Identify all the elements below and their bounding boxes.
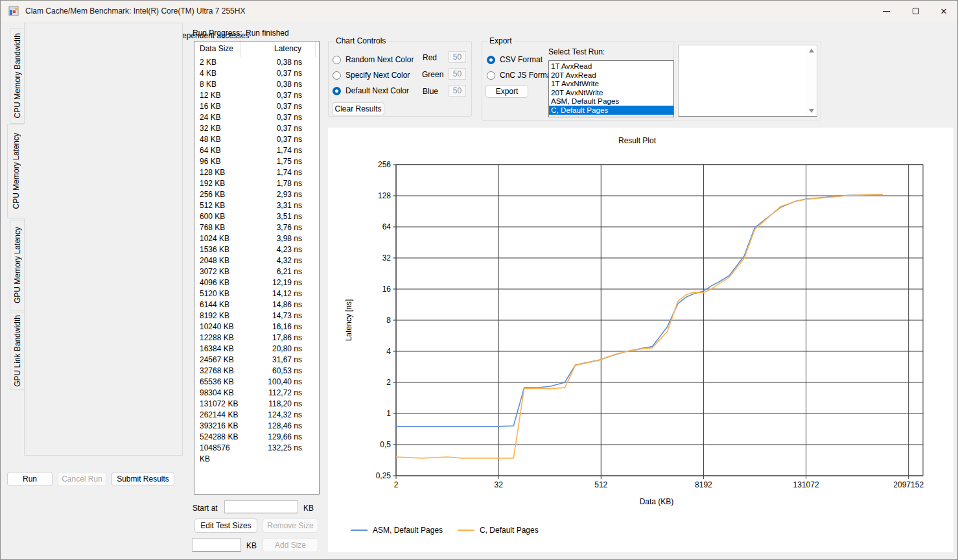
table-row[interactable]: 131072 KB118,20 ns bbox=[194, 399, 319, 410]
table-row[interactable]: 16 KB0,37 ns bbox=[194, 101, 319, 112]
table-row[interactable]: 3072 KB6,21 ns bbox=[194, 266, 319, 277]
scrollbar[interactable] bbox=[806, 46, 816, 115]
table-row[interactable]: 65536 KB100,40 ns bbox=[194, 377, 319, 388]
table-row[interactable]: 2048 KB4,32 ns bbox=[194, 255, 319, 266]
test-run-item[interactable]: ASM, Default Pages bbox=[549, 97, 673, 106]
table-row[interactable]: 24567 KB31,67 ns bbox=[194, 355, 319, 366]
chart-controls-group: Chart Controls Random Next Color Specify… bbox=[328, 41, 472, 117]
table-row[interactable]: 8 KB0,38 ns bbox=[194, 79, 319, 90]
blue-label: Blue bbox=[423, 87, 438, 96]
cancel-run-button[interactable]: Cancel Run bbox=[58, 472, 106, 486]
y-tick-label: 32 bbox=[382, 253, 391, 262]
column-header-latency[interactable]: Latency bbox=[241, 41, 316, 57]
radio-random-next-color[interactable]: Random Next Color bbox=[333, 55, 414, 64]
clear-results-button[interactable]: Clear Results bbox=[332, 102, 384, 115]
tab-cpu-memory-latency[interactable]: CPU Memory Latency bbox=[7, 124, 25, 218]
close-button[interactable]: ✕ bbox=[929, 1, 958, 21]
red-input[interactable] bbox=[449, 51, 466, 63]
run-button[interactable]: Run bbox=[7, 472, 53, 486]
table-row[interactable]: 6144 KB14,86 ns bbox=[194, 299, 319, 310]
data-size-cell: 2 KB bbox=[194, 57, 241, 68]
edit-test-sizes-button[interactable]: Edit Test Sizes bbox=[194, 519, 257, 533]
export-button[interactable]: Export bbox=[485, 85, 528, 98]
maximize-button[interactable] bbox=[901, 1, 931, 21]
table-row[interactable]: 1536 KB4,23 ns bbox=[194, 244, 319, 255]
x-tick-label: 512 bbox=[594, 480, 607, 489]
table-row[interactable]: 16384 KB20,80 ns bbox=[194, 344, 319, 355]
data-size-cell: 2048 KB bbox=[194, 255, 241, 266]
latency-cell: 3,76 ns bbox=[241, 222, 316, 233]
latency-cell: 14,12 ns bbox=[241, 288, 316, 299]
tab-cpu-memory-bandwidth[interactable]: CPU Memory Bandwidth bbox=[10, 28, 25, 124]
radio-label: Random Next Color bbox=[345, 55, 414, 64]
table-row[interactable]: 8192 KB14,73 ns bbox=[194, 310, 319, 321]
table-row[interactable]: 5120 KB14,12 ns bbox=[194, 288, 319, 299]
table-row[interactable]: 512 KB3,31 ns bbox=[194, 200, 319, 211]
green-input[interactable] bbox=[449, 68, 466, 80]
latency-cell: 124,32 ns bbox=[241, 410, 316, 421]
log-output[interactable] bbox=[678, 45, 817, 117]
table-row[interactable]: 4096 KB12,19 ns bbox=[194, 277, 319, 288]
minimize-button[interactable] bbox=[871, 1, 901, 21]
radio-default-next-color[interactable]: Default Next Color bbox=[333, 86, 409, 95]
table-row[interactable]: 192 KB1,78 ns bbox=[194, 178, 319, 189]
table-row[interactable]: 48 KB0,37 ns bbox=[194, 134, 319, 145]
table-row[interactable]: 12288 KB17,86 ns bbox=[194, 332, 319, 344]
table-row[interactable]: 128 KB1,74 ns bbox=[194, 167, 319, 178]
tab-gpu-memory-latency[interactable]: GPU Memory Latency bbox=[10, 220, 25, 310]
chart-title: Result Plot bbox=[618, 136, 657, 145]
data-size-cell: 12 KB bbox=[194, 90, 241, 101]
table-row[interactable]: 1048576 KB132,25 ns bbox=[194, 443, 319, 454]
table-row[interactable]: 524288 KB129,66 ns bbox=[194, 432, 319, 443]
tab-label: GPU Memory Latency bbox=[13, 227, 22, 303]
table-row[interactable]: 262144 KB124,32 ns bbox=[194, 410, 319, 421]
column-header-data-size[interactable]: Data Size bbox=[194, 41, 241, 57]
table-row[interactable]: 1024 KB3,98 ns bbox=[194, 233, 319, 244]
test-run-item[interactable]: 1T AvxRead bbox=[549, 62, 673, 71]
blue-input[interactable] bbox=[449, 85, 466, 97]
test-run-item[interactable]: 20T AvxNtWrite bbox=[549, 88, 673, 97]
table-row[interactable]: 256 KB2,93 ns bbox=[194, 189, 319, 200]
y-tick-label: 0,5 bbox=[380, 440, 391, 449]
add-size-button[interactable]: Add Size bbox=[263, 538, 318, 552]
start-at-label: Start at bbox=[193, 504, 218, 513]
radio-specify-next-color[interactable]: Specify Next Color bbox=[333, 71, 410, 80]
table-row[interactable]: 2 KB0,38 ns bbox=[194, 57, 319, 68]
test-run-item[interactable]: 20T AvxRead bbox=[549, 71, 673, 80]
data-size-cell: 65536 KB bbox=[194, 377, 241, 388]
table-row[interactable]: 4 KB0,37 ns bbox=[194, 68, 319, 79]
latency-cell: 3,51 ns bbox=[241, 211, 316, 222]
table-row[interactable]: 12 KB0,37 ns bbox=[194, 90, 319, 101]
table-row[interactable]: 768 KB3,76 ns bbox=[194, 222, 319, 233]
latency-cell: 112,72 ns bbox=[241, 388, 316, 399]
submit-results-button[interactable]: Submit Results bbox=[111, 472, 174, 486]
remove-size-button[interactable]: Remove Size bbox=[263, 519, 318, 533]
latency-cell: 0,38 ns bbox=[241, 79, 316, 90]
table-row[interactable]: 98304 KB112,72 ns bbox=[194, 388, 319, 399]
start-at-input[interactable] bbox=[224, 500, 298, 513]
y-tick-label: 4 bbox=[386, 347, 391, 356]
scroll-down-icon[interactable] bbox=[809, 109, 814, 113]
radio-csv-format[interactable]: CSV Format bbox=[487, 55, 543, 64]
test-run-item[interactable]: C, Default Pages bbox=[549, 106, 673, 115]
scroll-up-icon[interactable] bbox=[809, 49, 814, 52]
table-row[interactable]: 32768 KB60,53 ns bbox=[194, 366, 319, 377]
test-run-item[interactable]: 1T AvxNtWrite bbox=[549, 79, 673, 88]
y-tick-label: 16 bbox=[382, 285, 391, 294]
table-row[interactable]: 32 KB0,37 ns bbox=[194, 123, 319, 134]
table-row[interactable]: 10240 KB16,16 ns bbox=[194, 321, 319, 332]
tab-gpu-link-bandwidth[interactable]: GPU Link Bandwidth bbox=[10, 312, 25, 390]
table-row[interactable]: 600 KB3,51 ns bbox=[194, 211, 319, 222]
data-size-cell: 768 KB bbox=[194, 222, 241, 233]
table-row[interactable]: 96 KB1,75 ns bbox=[194, 156, 319, 167]
table-row[interactable]: 24 KB0,37 ns bbox=[194, 112, 319, 123]
table-row[interactable]: 393216 KB128,46 ns bbox=[194, 421, 319, 432]
data-size-cell: 524288 KB bbox=[194, 432, 241, 443]
add-size-input[interactable] bbox=[192, 538, 241, 552]
table-row[interactable]: 64 KB1,74 ns bbox=[194, 145, 319, 156]
data-size-cell: 262144 KB bbox=[194, 410, 241, 421]
data-size-cell: 393216 KB bbox=[194, 421, 241, 432]
radio-cnc-js-format[interactable]: CnC JS Format bbox=[487, 71, 554, 80]
latency-cell: 6,21 ns bbox=[241, 266, 316, 277]
latency-cell: 118,20 ns bbox=[241, 399, 316, 410]
